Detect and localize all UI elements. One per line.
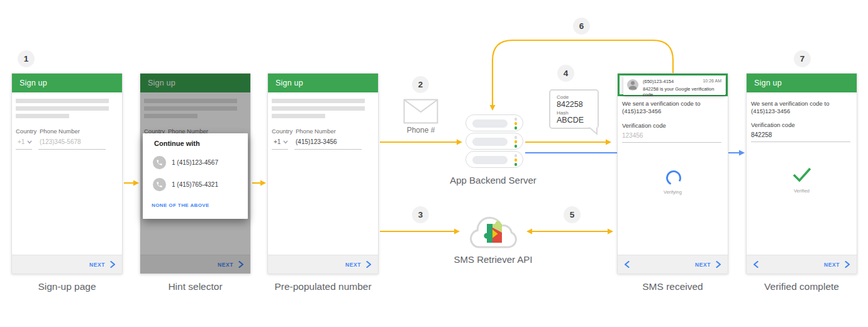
country-underline (16, 149, 32, 150)
flow-arrows (0, 0, 868, 327)
skeleton-line (16, 99, 109, 103)
caption-hint-selector: Hint selector (140, 281, 251, 292)
sent-code-line1: We sent a verification code to (751, 100, 829, 108)
step-badge-2: 2 (412, 76, 429, 93)
phone-hint-selector: Sign up Country Phone Number NEXT Contin… (140, 73, 251, 274)
country-select[interactable]: +1 (274, 138, 281, 145)
phone-underline (38, 149, 106, 150)
caption-signup-page: Sign-up page (11, 281, 123, 292)
next-button-label: NEXT (345, 262, 361, 268)
bottom-nav-bar: NEXT (747, 255, 857, 274)
server-status-lights (515, 118, 518, 130)
chevron-right-icon (716, 261, 721, 268)
chevron-down-icon[interactable] (283, 140, 288, 144)
next-button[interactable]: NEXT (345, 261, 372, 268)
chevron-right-icon (845, 261, 850, 268)
app-backend-server (465, 114, 523, 169)
phone-sms-received: (650)123-4154 10:26 AM 842258 is your Go… (617, 73, 728, 274)
hint-number-label: 1 (415)765-4321 (172, 181, 218, 188)
country-select[interactable]: +1 (18, 138, 25, 145)
code-value: 842258 (557, 100, 598, 109)
notification-time: 10:26 AM (703, 79, 721, 83)
code-underline (751, 141, 850, 142)
skeleton-line (16, 114, 69, 118)
caption-sms-received: SMS received (617, 281, 728, 292)
server-slot (472, 156, 508, 164)
server-unit (465, 114, 523, 131)
hint-selector-dialog: Continue with 1 (415)123-4567 1 (415)765… (143, 133, 248, 219)
signup-header: Sign up (268, 74, 378, 92)
code-label: Code (557, 94, 598, 100)
step-badge-7: 7 (794, 50, 811, 67)
signup-header: Sign up (12, 74, 122, 92)
phone-verified: Sign up We sent a verification code to (… (746, 73, 857, 274)
phone-underline (294, 149, 362, 150)
verification-code-input[interactable]: 842258 (751, 131, 772, 138)
server-label: App Backend Server (443, 175, 543, 186)
hint-option-2[interactable]: 1 (415)765-4321 (153, 178, 218, 191)
server-slot (472, 138, 508, 146)
verification-code-label: Verification code (622, 122, 666, 130)
back-button[interactable] (624, 261, 630, 268)
dialog-title: Continue with (154, 140, 200, 147)
none-of-the-above-button[interactable]: NONE OF THE ABOVE (152, 202, 209, 208)
skeleton-line (272, 114, 325, 118)
phone-number-flow-label: Phone # (397, 126, 445, 135)
code-hash-callout: Code 842258 Hash ABCDE (549, 89, 599, 129)
phone-number-label: Phone Number (40, 128, 80, 135)
phone-icon (153, 178, 166, 191)
sms-notification[interactable]: (650)123-4154 10:26 AM 842258 is your Go… (623, 75, 725, 95)
verifying-status: Verifying (618, 189, 728, 195)
step-badge-3: 3 (412, 206, 429, 223)
hint-number-label: 1 (415)123-4567 (172, 159, 218, 166)
phone-number-input[interactable]: (123)345-5678 (40, 138, 81, 145)
skeleton-line (272, 106, 365, 111)
notification-sender: (650)123-4154 (643, 79, 674, 84)
back-button[interactable] (753, 261, 759, 268)
country-label: Country (16, 128, 36, 135)
next-button[interactable]: NEXT (695, 261, 721, 268)
notification-message: 842258 is your Google verification code (643, 86, 725, 97)
verified-check-icon (792, 167, 812, 183)
hint-option-1[interactable]: 1 (415)123-4567 (153, 156, 218, 169)
hash-label: Hash (557, 110, 598, 116)
step-badge-4: 4 (557, 65, 574, 82)
next-button[interactable]: NEXT (824, 261, 850, 268)
sent-code-line2: (415)123-3456 (751, 108, 790, 115)
server-status-lights (515, 154, 518, 166)
phone-prepopulated: Sign up Country Phone Number +1 (415)123… (267, 73, 379, 274)
sent-code-line1: We sent a verification code to (622, 100, 700, 108)
phone-number-input[interactable]: (415)123-3456 (296, 138, 337, 145)
envelope-icon (403, 99, 438, 124)
next-button-label: NEXT (695, 262, 711, 268)
bottom-nav-bar: NEXT (268, 255, 378, 274)
server-status-lights (515, 136, 518, 148)
hash-value: ABCDE (557, 116, 598, 125)
step-badge-5: 5 (564, 206, 581, 223)
signup-header: Sign up (747, 74, 857, 92)
skeleton-line (16, 106, 109, 111)
verification-code-label: Verification code (751, 121, 795, 129)
phone-icon (153, 156, 166, 169)
country-label: Country (272, 128, 292, 135)
callout-tail (587, 126, 599, 135)
verifying-spinner (665, 169, 682, 187)
next-button[interactable]: NEXT (89, 261, 116, 268)
phone-signup-page: Sign up Country Phone Number +1 (123)345… (11, 73, 123, 274)
sms-retriever-api-icon (464, 214, 523, 252)
chevron-left-icon (753, 261, 759, 268)
bottom-nav-bar: NEXT (618, 255, 728, 274)
country-underline (272, 149, 288, 150)
chevron-right-icon (366, 261, 372, 268)
verification-code-input[interactable]: 123456 (622, 132, 643, 139)
chevron-right-icon (110, 261, 116, 268)
avatar (627, 79, 638, 91)
verified-status: Verified (747, 188, 857, 194)
code-underline (622, 142, 721, 143)
next-button-label: NEXT (824, 262, 840, 268)
caption-verified-complete: Verified complete (746, 281, 857, 292)
server-slot (472, 119, 508, 128)
chevron-down-icon[interactable] (27, 140, 32, 144)
server-unit (465, 151, 523, 168)
server-unit (465, 133, 523, 150)
